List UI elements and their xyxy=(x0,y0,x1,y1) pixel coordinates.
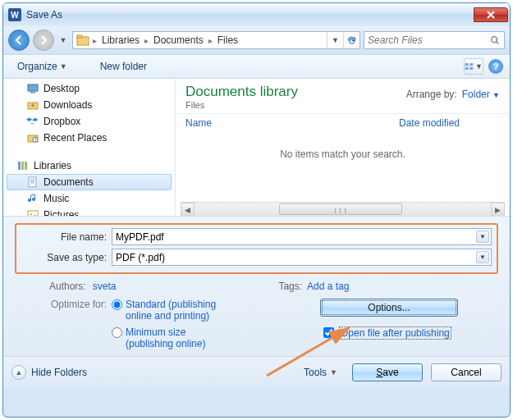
scroll-thumb[interactable]: | | | xyxy=(279,203,402,215)
breadcrumb-seg[interactable]: Files xyxy=(213,34,242,46)
svg-rect-12 xyxy=(18,162,21,170)
forward-button[interactable] xyxy=(33,30,54,51)
svg-rect-5 xyxy=(465,67,469,70)
navigation-row: ▼ ▸ Libraries ▸ Documents ▸ Files ▼ Sear… xyxy=(3,26,510,54)
radio-minimum[interactable] xyxy=(112,327,122,338)
svg-rect-14 xyxy=(25,162,27,170)
authors-value[interactable]: sveta xyxy=(93,281,117,292)
scroll-right-button[interactable]: ▶ xyxy=(491,203,505,217)
toolbar: Organize ▼ New folder ▼ ? xyxy=(3,54,510,79)
sidebar-item-music[interactable]: Music xyxy=(3,190,175,207)
titlebar: W Save As xyxy=(3,3,510,26)
sidebar-libraries[interactable]: Libraries xyxy=(3,158,175,174)
sidebar-item-dropbox[interactable]: Dropbox xyxy=(3,113,175,130)
search-placeholder: Search Files xyxy=(368,34,423,46)
sidebar-item-downloads[interactable]: Downloads xyxy=(3,97,175,113)
back-button[interactable] xyxy=(8,30,30,51)
refresh-button[interactable] xyxy=(343,32,360,48)
filename-drop[interactable]: ▼ xyxy=(476,231,489,243)
scroll-left-button[interactable]: ◀ xyxy=(181,203,195,217)
sidebar-item-recent[interactable]: Recent Places xyxy=(3,130,175,146)
horizontal-scrollbar[interactable]: ◀ | | | ▶ xyxy=(181,202,505,216)
breadcrumb-seg[interactable]: Libraries xyxy=(98,34,144,46)
address-bar[interactable]: ▸ Libraries ▸ Documents ▸ Files ▼ xyxy=(72,31,360,49)
svg-rect-7 xyxy=(28,84,38,91)
search-icon xyxy=(489,34,501,46)
column-headers[interactable]: Name Date modified xyxy=(176,114,510,132)
cancel-button[interactable]: Cancel xyxy=(431,363,502,381)
word-app-icon: W xyxy=(8,8,21,21)
content-header: Documents library Files Arrange by: Fold… xyxy=(176,79,510,114)
desktop-icon xyxy=(26,82,39,95)
library-icon xyxy=(76,33,90,48)
new-folder-button[interactable]: New folder xyxy=(93,58,154,75)
save-form: File name: MyPDF.pdf ▼ Save as type: PDF… xyxy=(3,216,510,356)
help-button[interactable]: ? xyxy=(488,59,503,74)
sidebar: Desktop Downloads Dropbox Recent Places … xyxy=(3,79,176,216)
tools-menu[interactable]: Tools ▼ xyxy=(304,367,337,378)
chevron-up-icon: ▲ xyxy=(11,365,26,380)
arrow-right-icon xyxy=(37,34,50,47)
svg-point-2 xyxy=(492,37,497,43)
arrow-left-icon xyxy=(12,34,25,47)
music-icon xyxy=(26,192,39,205)
svg-rect-8 xyxy=(30,92,35,94)
view-mode-button[interactable]: ▼ xyxy=(464,58,483,75)
pictures-icon xyxy=(26,208,39,216)
open-after-checkbox[interactable]: Open file after publishing xyxy=(320,325,451,340)
save-button[interactable]: Save xyxy=(352,363,423,381)
dropbox-icon xyxy=(26,115,39,128)
col-name[interactable]: Name xyxy=(186,117,399,129)
sidebar-item-pictures[interactable]: Pictures xyxy=(3,207,175,216)
options-button[interactable]: Options... xyxy=(320,299,458,317)
col-date[interactable]: Date modified xyxy=(399,117,460,129)
arrange-by-label: Arrange by: xyxy=(406,89,457,100)
nav-history-drop[interactable]: ▼ xyxy=(57,30,69,51)
view-icon xyxy=(465,62,474,71)
sidebar-item-desktop[interactable]: Desktop xyxy=(3,80,175,97)
close-icon xyxy=(484,8,497,21)
authors-label: Authors: xyxy=(49,281,86,292)
empty-message: No items match your search. xyxy=(176,132,510,202)
optimize-minimum-radio[interactable]: Minimum size(publishing online) xyxy=(112,326,216,349)
content-pane: Documents library Files Arrange by: Fold… xyxy=(176,79,510,216)
filetype-label: Save as type: xyxy=(21,252,112,263)
search-input[interactable]: Search Files xyxy=(364,31,505,49)
svg-rect-15 xyxy=(29,177,36,187)
save-as-dialog: W Save As ▼ ▸ Libraries ▸ Documents ▸ Fi… xyxy=(2,2,511,418)
optimize-standard-radio[interactable]: Standard (publishingonline and printing) xyxy=(112,299,216,322)
close-button[interactable] xyxy=(474,7,508,22)
organize-button[interactable]: Organize ▼ xyxy=(10,58,75,75)
svg-rect-4 xyxy=(469,63,473,66)
refresh-icon xyxy=(346,35,357,46)
address-drop[interactable]: ▼ xyxy=(327,32,343,48)
open-after-input[interactable] xyxy=(323,327,334,338)
dialog-footer: ▲ Hide Folders Tools ▼ Save Cancel xyxy=(3,356,510,388)
optimize-label: Optimize for: xyxy=(41,299,107,310)
recent-icon xyxy=(26,131,39,144)
sidebar-item-documents[interactable]: Documents xyxy=(7,174,172,190)
filetype-drop[interactable]: ▼ xyxy=(476,251,489,263)
window-title: Save As xyxy=(26,9,62,21)
tags-value[interactable]: Add a tag xyxy=(307,281,349,292)
breadcrumb-seg[interactable]: Documents xyxy=(149,34,208,46)
library-subheading: Files xyxy=(186,100,298,110)
filename-label: File name: xyxy=(21,231,112,243)
file-fields-highlight: File name: MyPDF.pdf ▼ Save as type: PDF… xyxy=(15,223,498,274)
libraries-icon xyxy=(16,159,30,172)
radio-standard[interactable] xyxy=(112,299,122,310)
tags-label: Tags: xyxy=(278,281,302,292)
explorer-body: Desktop Downloads Dropbox Recent Places … xyxy=(3,79,510,216)
svg-rect-6 xyxy=(469,67,473,70)
downloads-icon xyxy=(26,98,39,112)
svg-rect-3 xyxy=(465,63,469,66)
svg-rect-1 xyxy=(77,35,82,38)
library-heading: Documents library xyxy=(186,84,298,100)
documents-icon xyxy=(26,176,39,189)
arrange-by-value[interactable]: Folder ▼ xyxy=(462,89,500,100)
filename-input[interactable]: MyPDF.pdf ▼ xyxy=(112,228,492,245)
svg-rect-13 xyxy=(21,162,24,170)
filetype-select[interactable]: PDF (*.pdf) ▼ xyxy=(112,249,492,266)
hide-folders-button[interactable]: ▲ Hide Folders xyxy=(11,365,87,380)
